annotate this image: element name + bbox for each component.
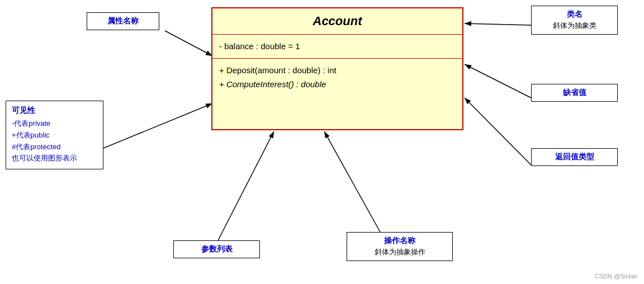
- uml-methods: + Deposit(amount : double) : int + Compu…: [212, 59, 462, 96]
- class-name-desc: 斜体为抽象类: [537, 21, 612, 31]
- attribute-name-box: 属性名称: [87, 12, 159, 30]
- visibility-line-0: -代表private: [12, 118, 97, 130]
- svg-line-2: [465, 23, 531, 25]
- param-list-label: 参数列表: [179, 244, 254, 254]
- param-list-box: 参数列表: [173, 240, 260, 258]
- svg-line-3: [465, 64, 531, 98]
- watermark: CSDN @Sinlair: [595, 273, 637, 280]
- attribute-balance: - balance : double = 1: [219, 41, 300, 51]
- visibility-line-2: #代表protected: [12, 141, 97, 153]
- diagram-container: Account - balance : double = 1 + Deposit…: [0, 0, 644, 284]
- operation-name-desc: 斜体为抽象操作: [353, 247, 447, 257]
- attribute-name-label: 属性名称: [93, 16, 153, 26]
- default-value-label: 缺省值: [537, 88, 612, 98]
- operation-name-box: 操作名称 斜体为抽象操作: [347, 232, 453, 261]
- uml-class-box: Account - balance : double = 1 + Deposit…: [211, 7, 463, 130]
- uml-class-name: Account: [212, 8, 462, 35]
- visibility-box: 可见性 -代表private +代表public #代表protected 也可…: [6, 101, 103, 169]
- return-type-label: 返回值类型: [537, 152, 612, 162]
- operation-name-label: 操作名称: [353, 236, 447, 246]
- method-deposit: + Deposit(amount : double) : int: [219, 63, 456, 78]
- svg-line-4: [103, 103, 212, 148]
- svg-line-5: [465, 98, 531, 165]
- svg-line-7: [218, 131, 274, 240]
- uml-attributes: - balance : double = 1: [212, 35, 462, 59]
- visibility-line-1: +代表public: [12, 130, 97, 141]
- svg-line-1: [165, 31, 212, 56]
- class-name-box: 类名 斜体为抽象类: [531, 6, 618, 35]
- svg-line-6: [324, 131, 380, 232]
- default-value-box: 缺省值: [531, 84, 618, 102]
- class-name-label: 类名: [537, 10, 612, 20]
- visibility-title: 可见性: [12, 106, 97, 116]
- return-type-box: 返回值类型: [531, 148, 618, 166]
- method-computeinterest: + ComputeInterest() : double: [219, 77, 456, 92]
- visibility-line-3: 也可以使用图形表示: [12, 153, 97, 164]
